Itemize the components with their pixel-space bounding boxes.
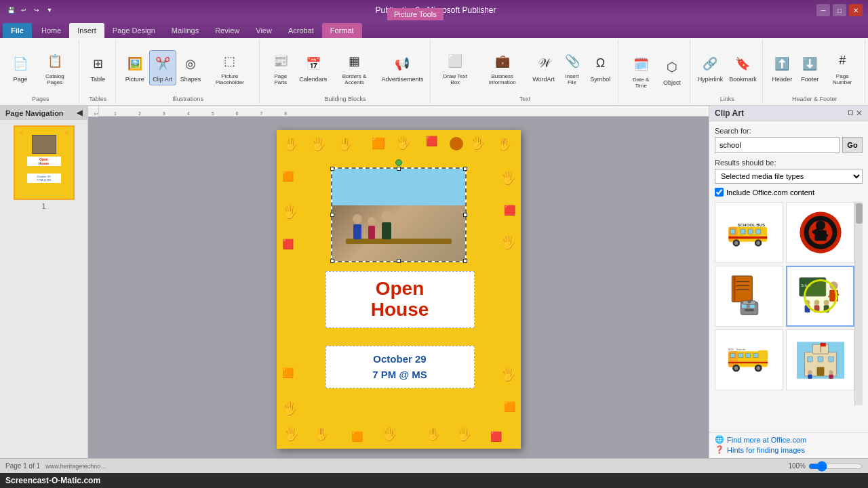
- svg-point-67: [829, 370, 833, 374]
- window-controls[interactable]: ─ □ ✕: [816, 4, 863, 16]
- title-bar: 💾 ↩ ↪ ▼ Picture Tools Publication2 - Mic…: [0, 0, 868, 20]
- quick-access-toolbar[interactable]: 💾 ↩ ↪ ▼: [5, 5, 55, 16]
- page-button[interactable]: 📄 Page: [7, 51, 34, 85]
- page-number-button[interactable]: # Page Number: [824, 48, 861, 87]
- selection-handle-tm[interactable]: [397, 167, 401, 171]
- page-number-icon: #: [831, 50, 853, 72]
- advertisements-button[interactable]: 📢 Advertisements: [379, 51, 425, 85]
- undo-quick-btn[interactable]: ↩: [18, 5, 29, 16]
- include-office-checkbox[interactable]: [715, 188, 724, 197]
- tab-page-design[interactable]: Page Design: [104, 23, 163, 38]
- canvas-area[interactable]: 123 456 78 1234 5678: [88, 106, 709, 458]
- footer-button[interactable]: ⬇️ Footer: [796, 51, 823, 85]
- tables-group-label: Tables: [89, 94, 106, 102]
- borders-accents-button[interactable]: ▦ Borders & Accents: [330, 48, 379, 87]
- picture-placeholder-button[interactable]: ⬚ Picture Placeholder: [205, 48, 255, 87]
- selection-handle-tr[interactable]: [463, 167, 467, 171]
- tab-mailings[interactable]: Mailings: [163, 23, 207, 38]
- selection-handle-br[interactable]: [463, 259, 467, 263]
- date-time-button[interactable]: 🗓️ Date & Time: [624, 52, 658, 91]
- insert-file-button[interactable]: 📎 Insert File: [558, 48, 587, 87]
- maximize-button[interactable]: □: [833, 4, 846, 16]
- page-thumbnail[interactable]: ✋ ✋ OpenHouse October 297 PM @ MS: [14, 125, 75, 200]
- clip-art-close-icon[interactable]: ✕: [856, 108, 863, 118]
- clip-art-item-bus[interactable]: SCHOOL BUS: [715, 202, 783, 263]
- header-button[interactable]: ⬆️ Header: [768, 51, 795, 85]
- business-info-button[interactable]: 💼 Business Information: [475, 48, 530, 87]
- ribbon: 📄 Page 📋 Catalog Pages Pages ⊞ Table Tab…: [0, 38, 868, 106]
- selection-handle-bl[interactable]: [330, 259, 334, 263]
- clip-art-item-bus2[interactable]: BUS Schools: [715, 329, 783, 390]
- photo-box[interactable]: [331, 167, 467, 262]
- svg-rect-25: [741, 304, 746, 308]
- clip-art-item-circle[interactable]: [786, 202, 854, 263]
- bookmark-button[interactable]: 🔖 Bookmark: [726, 51, 760, 85]
- ribbon-group-pages: 📄 Page 📋 Catalog Pages Pages: [3, 39, 79, 104]
- svg-point-32: [829, 281, 837, 289]
- hyperlink-button[interactable]: 🔗 Hyperlink: [695, 51, 726, 85]
- ribbon-group-building-blocks: 📰 Page Parts 📅 Calendars ▦ Borders & Acc…: [261, 39, 431, 104]
- page-icon: 📄: [9, 53, 31, 75]
- tab-format[interactable]: Format: [322, 23, 362, 38]
- calendars-button[interactable]: 📅 Calendars: [297, 51, 330, 85]
- open-house-text-box[interactable]: Open House: [326, 271, 475, 328]
- tab-insert[interactable]: Insert: [69, 23, 104, 38]
- tab-acrobat[interactable]: Acrobat: [280, 23, 322, 38]
- clip-art-item-book[interactable]: [715, 266, 783, 327]
- illustrations-group-label: Illustrations: [172, 94, 203, 102]
- table-button[interactable]: ⊞ Table: [84, 51, 111, 85]
- zoom-slider[interactable]: [808, 462, 863, 470]
- rotation-handle[interactable]: [395, 159, 402, 166]
- find-more-link[interactable]: 🌐 Find more at Office.com: [715, 435, 863, 444]
- date-text-box[interactable]: October 29 7 PM @ MS: [326, 346, 475, 388]
- symbol-button[interactable]: Ω Symbol: [587, 51, 614, 85]
- object-button[interactable]: ⬡ Object: [658, 54, 686, 88]
- clip-art-grid-container: SCHOOL BUS: [715, 202, 854, 405]
- picture-button[interactable]: 🖼️ Picture: [121, 51, 149, 85]
- page-parts-button[interactable]: 📰 Page Parts: [265, 48, 296, 87]
- clip-art-button[interactable]: ✂️ Clip Art: [149, 50, 176, 85]
- svg-rect-45: [730, 353, 735, 357]
- page-nav-collapse-icon[interactable]: ◀: [77, 108, 82, 117]
- page-nav-header: Page Navigation ◀: [0, 106, 87, 120]
- svg-point-40: [823, 300, 829, 305]
- wordart-button[interactable]: 𝒲 WordArt: [530, 51, 557, 85]
- clip-art-resize-icon[interactable]: ◻: [848, 108, 853, 118]
- search-row: Go: [715, 137, 863, 153]
- tab-view[interactable]: View: [248, 23, 280, 38]
- close-button[interactable]: ✕: [849, 4, 863, 16]
- tab-home[interactable]: Home: [33, 23, 69, 38]
- save-quick-btn[interactable]: 💾: [5, 5, 16, 16]
- calendars-icon: 📅: [302, 53, 324, 75]
- svg-rect-60: [818, 357, 823, 362]
- results-dropdown[interactable]: Selected media file types: [715, 169, 863, 184]
- draw-text-box-button[interactable]: ⬜ Draw Text Box: [436, 48, 475, 87]
- svg-rect-66: [808, 374, 812, 378]
- catalog-pages-button[interactable]: 📋 Catalog Pages: [35, 48, 75, 87]
- clip-art-item-teacher[interactable]: School: [786, 266, 854, 327]
- tab-file[interactable]: File: [3, 23, 32, 38]
- hints-link[interactable]: ❓ Hints for finding images: [715, 445, 863, 454]
- clip-art-scrollbar[interactable]: [854, 202, 863, 405]
- shapes-button[interactable]: ◎ Shapes: [177, 51, 204, 85]
- selection-handle-bm[interactable]: [397, 259, 401, 263]
- globe-icon: 🌐: [715, 435, 724, 444]
- selection-handle-ml[interactable]: [330, 213, 334, 217]
- selection-handle-tl[interactable]: [330, 167, 334, 171]
- business-info-icon: 💼: [492, 50, 513, 72]
- clip-art-item-school-building[interactable]: [786, 329, 854, 390]
- office-content-row: Include Office.com content: [715, 188, 863, 197]
- include-office-label: Include Office.com content: [726, 188, 814, 197]
- clip-art-footer: 🌐 Find more at Office.com ❓ Hints for fi…: [709, 432, 868, 458]
- picture-placeholder-icon: ⬚: [219, 50, 241, 72]
- search-input[interactable]: [715, 137, 840, 153]
- minimize-button[interactable]: ─: [816, 4, 830, 16]
- tab-review[interactable]: Review: [207, 23, 248, 38]
- svg-rect-20: [733, 276, 735, 302]
- redo-quick-btn[interactable]: ↪: [31, 5, 42, 16]
- svg-rect-39: [814, 305, 819, 312]
- selection-handle-mr[interactable]: [463, 213, 467, 217]
- go-button[interactable]: Go: [842, 137, 863, 153]
- object-icon: ⬡: [661, 56, 683, 78]
- customize-quick-btn[interactable]: ▼: [44, 5, 55, 16]
